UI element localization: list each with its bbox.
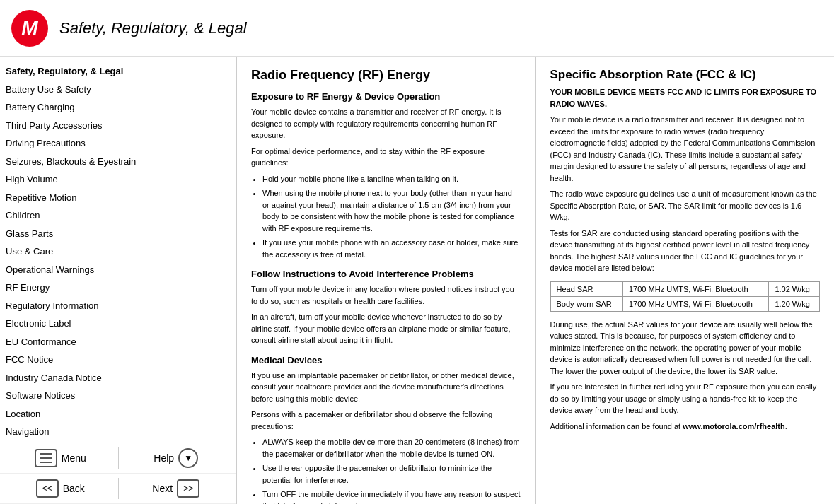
sidebar-item-17[interactable]: Industry Canada Notice	[0, 369, 236, 387]
list-item: When using the mobile phone next to your…	[262, 187, 521, 234]
sar-intro: Your mobile device is a radio transmitte…	[550, 114, 821, 184]
sidebar-item-0[interactable]: Safety, Regulatory, & Legal	[0, 62, 236, 81]
additional-info: Additional information can be found at w…	[550, 421, 821, 433]
menu-label: Menu	[62, 452, 86, 464]
motorola-logo: M	[11, 10, 48, 47]
sar-definition: The radio wave exposure guidelines use a…	[550, 188, 821, 223]
next-button[interactable]: Next >>	[122, 479, 231, 498]
list-item: Use the ear opposite the pacemaker or de…	[262, 462, 521, 486]
help-icon: ▼	[178, 448, 198, 468]
sidebar-item-5[interactable]: Seizures, Blackouts & Eyestrain	[0, 153, 236, 171]
sidebar-footer: Menu Help ▼ << Back Next >>	[0, 443, 236, 504]
svg-rect-2	[40, 462, 52, 463]
exposure-para: For optimal device performance, and to s…	[251, 146, 521, 169]
svg-rect-1	[40, 457, 52, 459]
next-label: Next	[152, 483, 173, 494]
sidebar-item-14[interactable]: Electronic Label	[0, 315, 236, 333]
sar-test-info: Tests for SAR are conducted using standa…	[550, 228, 821, 274]
footer-top-row: Menu Help ▼	[0, 443, 236, 474]
sidebar-item-9[interactable]: Glass Parts	[0, 225, 236, 243]
footer-bottom-row: << Back Next >>	[0, 474, 236, 504]
sidebar-item-12[interactable]: RF Energy	[0, 279, 236, 297]
additional-info-text: Additional information can be found at	[550, 422, 683, 430]
logo-letter: M	[21, 17, 37, 40]
back-icon: <<	[36, 479, 59, 498]
medical-para1: If you use an implantable pacemaker or d…	[251, 370, 521, 405]
sidebar-item-11[interactable]: Operational Warnings	[0, 261, 236, 279]
website-link[interactable]: www.motorola.com/rfhealth	[683, 422, 784, 430]
footer-divider	[118, 447, 119, 469]
sar-title: Specific Absorption Rate (FCC & IC)	[550, 68, 821, 82]
medical-bullets: ALWAYS keep the mobile device more than …	[262, 436, 521, 504]
table-row: Head SAR1700 MHz UMTS, Wi-Fi, Bluetooth1…	[550, 281, 820, 296]
sidebar-item-10[interactable]: Use & Care	[0, 242, 236, 261]
sidebar-nav: Safety, Regulatory, & LegalBattery Use &…	[0, 57, 236, 443]
list-item: ALWAYS keep the mobile device more than …	[262, 436, 521, 459]
list-item: Hold your mobile phone like a landline w…	[262, 173, 521, 185]
sar-warning: YOUR MOBILE DEVICE MEETS FCC AND IC LIMI…	[550, 86, 821, 110]
sidebar: Safety, Regulatory, & LegalBattery Use &…	[0, 57, 237, 504]
menu-icon	[35, 449, 57, 467]
footer-divider2	[118, 478, 119, 499]
help-button[interactable]: Help ▼	[122, 448, 231, 468]
app-header: M Safety, Regulatory, & Legal	[0, 0, 834, 57]
sar-table: Head SAR1700 MHz UMTS, Wi-Fi, Bluetooth1…	[550, 281, 821, 312]
interference-para1: Turn off your mobile device in any locat…	[251, 283, 521, 307]
back-label: Back	[63, 483, 85, 494]
sidebar-item-16[interactable]: FCC Notice	[0, 351, 236, 369]
next-icon: >>	[177, 479, 199, 498]
list-item: Turn OFF the mobile device immediately i…	[262, 488, 521, 504]
medical-para2: Persons with a pacemaker or defibrillato…	[251, 409, 521, 432]
rf-energy-title: Radio Frequency (RF) Energy	[251, 68, 521, 83]
sidebar-item-3[interactable]: Third Party Accessories	[0, 117, 236, 135]
page-title: Safety, Regulatory, & Legal	[59, 19, 247, 37]
sidebar-item-15[interactable]: EU Conformance	[0, 333, 236, 351]
sidebar-item-18[interactable]: Software Notices	[0, 387, 236, 405]
right-panel: Specific Absorption Rate (FCC & IC) YOUR…	[536, 57, 835, 504]
sidebar-item-1[interactable]: Battery Use & Safety	[0, 81, 236, 99]
interference-para2: In an aircraft, turn off your mobile dev…	[251, 311, 521, 346]
sidebar-item-4[interactable]: Driving Precautions	[0, 134, 236, 153]
sidebar-item-2[interactable]: Battery Charging	[0, 98, 236, 117]
back-button[interactable]: << Back	[6, 479, 115, 498]
center-panel: Radio Frequency (RF) Energy Exposure to …	[237, 57, 536, 504]
help-label: Help	[154, 452, 174, 464]
website-suffix: .	[785, 422, 787, 430]
interference-heading: Follow Instructions to Avoid Interferenc…	[251, 269, 521, 279]
menu-button[interactable]: Menu	[6, 449, 115, 467]
sidebar-item-20[interactable]: Navigation	[0, 423, 236, 441]
svg-rect-0	[40, 453, 52, 455]
table-row: Body-worn SAR1700 MHz UMTS, Wi-Fi, Bluet…	[550, 296, 820, 311]
sidebar-item-19[interactable]: Location	[0, 405, 236, 423]
exposure-bullets: Hold your mobile phone like a landline w…	[262, 173, 521, 261]
usage-para1: During use, the actual SAR values for yo…	[550, 319, 821, 377]
sidebar-item-13[interactable]: Regulatory Information	[0, 297, 236, 315]
main-content: Safety, Regulatory, & LegalBattery Use &…	[0, 57, 834, 504]
sidebar-item-8[interactable]: Children	[0, 206, 236, 225]
medical-heading: Medical Devices	[251, 355, 521, 365]
exposure-intro: Your mobile device contains a transmitte…	[251, 106, 521, 141]
sidebar-item-6[interactable]: High Volume	[0, 170, 236, 189]
list-item: If you use your mobile phone with an acc…	[262, 237, 521, 260]
sidebar-item-7[interactable]: Repetitive Motion	[0, 189, 236, 207]
exposure-heading: Exposure to RF Energy & Device Operation	[251, 91, 521, 102]
usage-para2: If you are interested in further reducin…	[550, 381, 821, 416]
